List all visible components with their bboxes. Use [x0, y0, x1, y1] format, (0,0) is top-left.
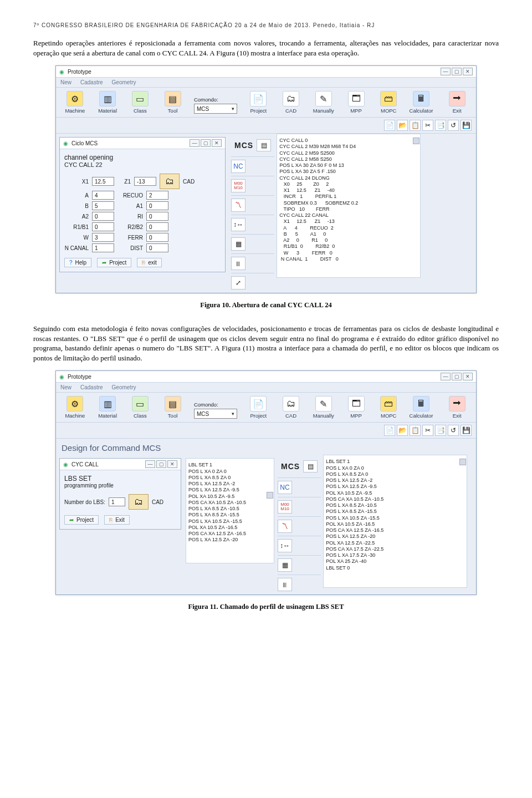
calculator-icon: 🖩 — [413, 91, 429, 106]
tb-cad-2[interactable]: 🗂CAD — [277, 396, 306, 419]
inp-recuo[interactable]: 2 — [146, 191, 168, 200]
side-bars-icon-2[interactable]: ⫼ — [278, 578, 292, 591]
menubar-2[interactable]: New Cadastre Geometry — [56, 383, 476, 393]
side-m00-icon-2[interactable]: M00M10 — [278, 500, 292, 514]
mini-copy-icon[interactable]: 📋 — [410, 120, 421, 131]
inp-x1[interactable]: 12.5 — [92, 177, 114, 186]
side-nc-icon-2[interactable]: NC — [278, 481, 292, 494]
exit-button[interactable]: ⎘exit — [137, 258, 162, 267]
mini-save-icon[interactable]: 💾 — [461, 120, 472, 131]
tb-class-2[interactable]: ▭Class — [125, 396, 155, 419]
inp-w[interactable]: 3 — [92, 233, 114, 242]
inp-number-lbs[interactable]: 1 — [109, 497, 125, 506]
side-move-icon-2[interactable]: ↕↔ — [278, 539, 292, 552]
menu-geometry[interactable]: Geometry — [112, 79, 136, 85]
help-button[interactable]: ?Help — [64, 258, 91, 267]
scrollbar-thumb[interactable] — [413, 138, 420, 144]
panel-window-buttons[interactable]: —▢✕ — [188, 139, 222, 147]
mini-paste-icon-2[interactable]: 📑 — [435, 425, 446, 436]
inp-a[interactable]: 4 — [92, 191, 114, 200]
inp-a1[interactable]: 0 — [146, 201, 168, 210]
tb-manually[interactable]: ✎Manually — [309, 91, 338, 114]
side-graph-icon-2[interactable]: 〽 — [278, 520, 292, 533]
project-button[interactable]: ➦Project — [97, 258, 131, 267]
tb-material-2[interactable]: ▥Material — [93, 396, 122, 419]
mini-cut-icon-2[interactable]: ✂ — [422, 425, 433, 436]
tb-calculator-2[interactable]: 🖩Calculator — [407, 396, 436, 419]
exit-button-2[interactable]: ⎘Exit — [104, 515, 130, 525]
tb-calculator[interactable]: 🖩Calculator — [407, 91, 436, 114]
menu-geometry-2[interactable]: Geometry — [112, 384, 136, 390]
menubar[interactable]: New Cadastre Geometry — [56, 78, 476, 88]
side-graph-icon[interactable]: 〽 — [231, 199, 245, 212]
menu-new[interactable]: New — [60, 79, 71, 85]
panel-title-2: CYC CALL — [71, 461, 99, 467]
tb-manually-2[interactable]: ✎Manually — [309, 396, 338, 419]
panel-window-buttons-2[interactable]: —▢✕ — [144, 460, 177, 468]
inp-ferr[interactable]: 0 — [146, 233, 168, 242]
side-expand-icon[interactable]: ⤢ — [231, 276, 245, 289]
tb-tool-2[interactable]: ▤Tool — [158, 396, 187, 419]
inp-r1b1[interactable]: 0 — [92, 222, 114, 231]
panel-sub2-2: programming profile — [64, 482, 176, 489]
code-listing[interactable]: CYC CALL 0 CYC CALL 2 M39 M28 M68 T4 D4 … — [277, 134, 421, 278]
calculator-icon-2: 🖩 — [413, 396, 429, 411]
menu-new-2[interactable]: New — [60, 384, 71, 390]
side-move-icon[interactable]: ↕↔ — [231, 218, 245, 231]
tb-project[interactable]: 📄Project — [244, 91, 273, 114]
side-nc-icon[interactable]: NC — [231, 160, 245, 173]
inp-dist[interactable]: 0 — [146, 243, 168, 252]
window-buttons[interactable]: —▢✕ — [439, 68, 473, 75]
tb-exit[interactable]: ⮕Exit — [442, 91, 472, 114]
code-listing-2[interactable]: LBL SET 1 POS L XA 0 ZA 0 POS L XA 8.5 Z… — [323, 455, 467, 588]
cad-button-icon-2[interactable]: 🗂 — [129, 494, 149, 510]
inp-a2[interactable]: 0 — [92, 212, 114, 221]
mini-copy-icon-2[interactable]: 📋 — [410, 425, 421, 436]
inp-r2b2[interactable]: 0 — [146, 222, 168, 231]
tb-mpp-2[interactable]: 🗔MPP — [341, 396, 371, 419]
tb-exit-2[interactable]: ⮕Exit — [442, 396, 472, 419]
mini-new-icon-2[interactable]: 📄 — [384, 425, 395, 436]
tb-cad[interactable]: 🗂CAD — [277, 91, 306, 114]
cad-icon: 🗂 — [283, 91, 299, 106]
tb-machine[interactable]: ⚙Machine — [60, 91, 90, 114]
side-bars-icon[interactable]: ⫼ — [231, 257, 245, 270]
side-layer-icon-2[interactable]: ▦ — [278, 558, 292, 572]
mcs-head-icon-2[interactable]: ▤ — [303, 460, 318, 472]
mini-open-icon[interactable]: 📂 — [397, 120, 408, 131]
mcs-head-icon[interactable]: ▤ — [257, 139, 271, 151]
tb-mopc[interactable]: 🗃MOPC — [374, 91, 403, 114]
cad-button-icon[interactable]: 🗂 — [160, 174, 180, 189]
mini-save-icon-2[interactable]: 💾 — [461, 425, 472, 436]
tb-mopc-2[interactable]: 🗃MOPC — [374, 396, 403, 419]
project-button-2[interactable]: ➦Project — [64, 515, 99, 525]
tb-material[interactable]: ▥Material — [93, 91, 122, 114]
inp-z1[interactable]: -13 — [134, 177, 156, 186]
side-m00-icon[interactable]: M00M10 — [231, 179, 245, 192]
tb-mpp[interactable]: 🗔MPP — [341, 91, 371, 114]
menu-cadastre[interactable]: Cadastre — [80, 79, 103, 85]
window-buttons-2[interactable]: —▢✕ — [439, 373, 473, 380]
scrollbar-thumb-2[interactable] — [459, 459, 466, 465]
tb-class[interactable]: ▭Class — [125, 91, 155, 114]
lbl-ferr: FERR — [117, 235, 143, 241]
comando-select[interactable]: MCS▾ — [194, 104, 237, 114]
inp-b[interactable]: 5 — [92, 201, 114, 210]
scrollbar-thumb-preview[interactable] — [267, 492, 273, 499]
tb-tool[interactable]: ▤Tool — [158, 91, 187, 114]
mini-open-icon-2[interactable]: 📂 — [397, 425, 408, 436]
mini-paste-icon[interactable]: 📑 — [435, 120, 446, 131]
mini-undo-icon-2[interactable]: ↺ — [448, 425, 459, 436]
menu-cadastre-2[interactable]: Cadastre — [80, 384, 103, 390]
mini-new-icon[interactable]: 📄 — [384, 120, 395, 131]
comando-select-2[interactable]: MCS▾ — [194, 409, 237, 419]
side-layer-icon[interactable]: ▦ — [231, 237, 245, 251]
inp-ncanal[interactable]: 1 — [92, 243, 114, 252]
tb-project-2[interactable]: 📄Project — [244, 396, 273, 419]
preview-listbox[interactable]: LBL SET 1 POS L XA 0 ZA 0 POS L XA 8.5 Z… — [186, 458, 274, 563]
tb-machine-2[interactable]: ⚙Machine — [60, 396, 90, 419]
window-title: Prototype — [68, 69, 91, 75]
mini-undo-icon[interactable]: ↺ — [448, 120, 459, 131]
inp-ri[interactable]: 0 — [146, 212, 168, 221]
mini-cut-icon[interactable]: ✂ — [422, 120, 433, 131]
